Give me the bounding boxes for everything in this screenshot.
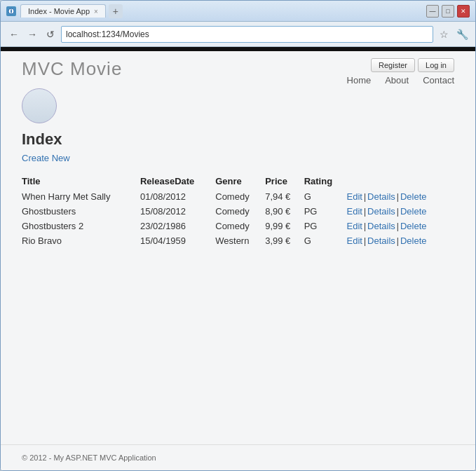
cell-title: Ghostbusters [22,204,140,219]
table-row: Rio Bravo 15/04/1959 Western 3,99 € G Ed… [22,233,454,248]
sep2: | [397,221,399,231]
cell-genre: Comedy [215,189,265,204]
movies-table: Title ReleaseDate Genre Price Rating Whe… [22,173,454,248]
table-row: Ghostbusters 2 23/02/1986 Comedy 9,99 € … [22,219,454,233]
tab-title: Index - Movie App [28,7,90,15]
col-actions [347,173,454,189]
cell-releasedate: 15/04/1959 [140,233,215,248]
auth-buttons: Register Log in [371,58,454,72]
cell-releasedate: 01/08/2012 [140,189,215,204]
cell-price: 9,99 € [265,219,304,233]
main-content: Index Create New Title ReleaseDate Genre… [1,123,475,444]
browser-icon [6,6,16,16]
cell-releasedate: 23/02/1986 [140,219,215,233]
details-link[interactable]: Details [367,221,395,231]
nav-contact[interactable]: Contact [423,75,454,86]
site-logo: MVC Movie [22,58,122,80]
login-button[interactable]: Log in [418,58,454,72]
cell-genre: Comedy [215,219,265,233]
page-title: Index [22,130,454,149]
sep1: | [364,236,366,246]
cell-price: 3,99 € [265,233,304,248]
delete-link[interactable]: Delete [400,206,427,217]
sep1: | [364,207,366,217]
cell-title: Rio Bravo [22,233,140,248]
address-bar: ← → ↺ ☆ 🔧 [1,22,475,47]
avatar-area [1,86,475,123]
edit-link[interactable]: Edit [347,206,362,217]
table-row: When Harry Met Sally 01/08/2012 Comedy 7… [22,189,454,204]
new-tab-button[interactable]: + [109,4,123,18]
cell-actions: Edit | Details | Delete [347,189,454,204]
col-rating: Rating [304,173,347,189]
col-title: Title [22,173,140,189]
maximize-button[interactable]: □ [442,5,454,18]
reload-button[interactable]: ↺ [43,27,58,42]
create-new-link[interactable]: Create New [22,153,70,163]
table-header-row: Title ReleaseDate Genre Price Rating [22,173,454,189]
site-header: MVC Movie Register Log in Home About Con… [1,51,475,86]
title-bar: Index - Movie App × + — □ ✕ [1,1,475,22]
sep2: | [397,236,399,246]
cell-genre: Comedy [215,204,265,219]
col-genre: Genre [215,173,265,189]
table-row: Ghostbusters 15/08/2012 Comedy 8,90 € PG… [22,204,454,219]
cell-rating: PG [304,204,347,219]
cell-title: When Harry Met Sally [22,189,140,204]
url-input[interactable] [61,26,433,43]
tab-close-btn[interactable]: × [94,8,98,15]
page-content: MVC Movie Register Log in Home About Con… [1,51,475,470]
browser-tab[interactable]: Index - Movie App × [20,4,106,18]
details-link[interactable]: Details [367,235,395,246]
col-price: Price [265,173,304,189]
cell-rating: PG [304,219,347,233]
sep2: | [397,192,399,202]
cell-rating: G [304,189,347,204]
cell-releasedate: 15/08/2012 [140,204,215,219]
cell-actions: Edit | Details | Delete [347,233,454,248]
delete-link[interactable]: Delete [400,191,427,202]
cell-genre: Western [215,233,265,248]
sep1: | [364,221,366,231]
cell-price: 8,90 € [265,204,304,219]
nav-about[interactable]: About [385,75,409,86]
close-button[interactable]: ✕ [457,5,470,18]
edit-link[interactable]: Edit [347,235,362,246]
sep1: | [364,192,366,202]
sep2: | [397,207,399,217]
delete-link[interactable]: Delete [400,221,427,231]
footer-text: © 2012 - My ASP.NET MVC Application [22,453,156,462]
cell-price: 7,94 € [265,189,304,204]
edit-link[interactable]: Edit [347,221,362,231]
delete-link[interactable]: Delete [400,235,427,246]
header-right: Register Log in Home About Contact [347,58,454,86]
details-link[interactable]: Details [367,191,395,202]
col-releasedate: ReleaseDate [140,173,215,189]
nav-links: Home About Contact [347,75,454,86]
cell-actions: Edit | Details | Delete [347,219,454,233]
cell-rating: G [304,233,347,248]
forward-button[interactable]: → [25,27,40,42]
avatar [22,88,57,123]
details-link[interactable]: Details [367,206,395,217]
settings-button[interactable]: 🔧 [454,27,470,42]
register-button[interactable]: Register [371,58,415,72]
browser-window: Index - Movie App × + — □ ✕ ← → ↺ ☆ 🔧 MV… [0,0,476,471]
back-button[interactable]: ← [6,27,22,42]
window-controls: — □ ✕ [426,5,470,18]
nav-home[interactable]: Home [347,75,372,86]
site-footer: © 2012 - My ASP.NET MVC Application [1,444,475,470]
edit-link[interactable]: Edit [347,191,362,202]
cell-actions: Edit | Details | Delete [347,204,454,219]
minimize-button[interactable]: — [426,5,439,18]
cell-title: Ghostbusters 2 [22,219,140,233]
bookmark-button[interactable]: ☆ [436,27,451,42]
